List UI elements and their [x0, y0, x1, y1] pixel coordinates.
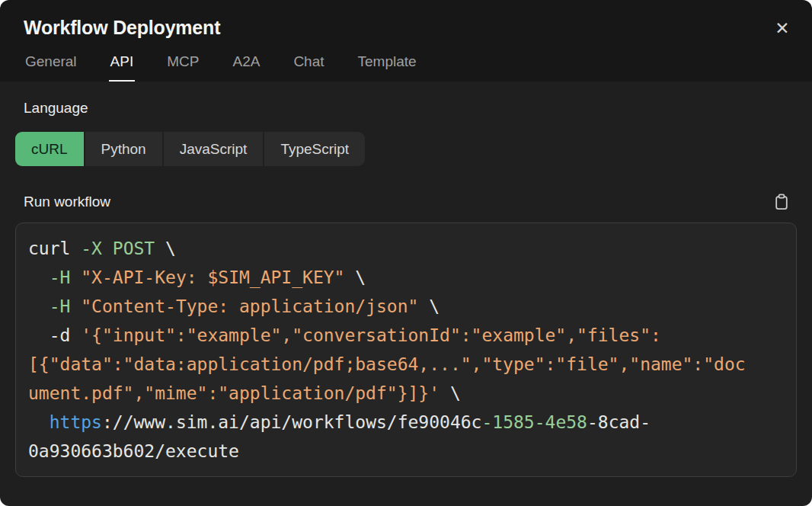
tab-bar: GeneralAPIMCPA2AChatTemplate: [24, 53, 795, 82]
run-workflow-label: Run workflow: [24, 194, 110, 210]
language-selector: cURLPythonJavaScriptTypeScript: [15, 132, 797, 166]
code-line: ument.pdf","mime":"application/pdf"}]}' …: [28, 379, 784, 408]
code-block[interactable]: curl -X POST \ -H "X-API-Key: $SIM_API_K…: [15, 223, 797, 477]
close-button[interactable]: ✕: [769, 15, 795, 41]
clipboard-icon: [774, 194, 789, 210]
code-line: [{"data":"data:application/pdf;base64,..…: [28, 350, 784, 379]
code-line: curl -X POST \: [28, 234, 784, 263]
tab-template[interactable]: Template: [356, 53, 418, 82]
tab-mcp[interactable]: MCP: [165, 53, 200, 82]
language-option-python[interactable]: Python: [85, 132, 162, 166]
workflow-deployment-dialog: Workflow Deployment ✕ GeneralAPIMCPA2ACh…: [0, 0, 812, 506]
code-line: 0a930663b602/execute: [28, 437, 784, 466]
run-workflow-row: Run workflow: [15, 194, 797, 210]
code-line: https://www.sim.ai/api/workflows/fe90046…: [28, 408, 784, 437]
code-line: -d '{"input":"example","conversationId":…: [28, 321, 784, 350]
tab-chat[interactable]: Chat: [292, 53, 325, 82]
copy-button[interactable]: [774, 194, 789, 210]
dialog-header: Workflow Deployment ✕ GeneralAPIMCPA2ACh…: [0, 0, 812, 82]
tab-api[interactable]: API: [109, 53, 136, 82]
tab-a2a[interactable]: A2A: [231, 53, 261, 82]
dialog-title: Workflow Deployment: [24, 17, 220, 39]
language-option-javascript[interactable]: JavaScript: [164, 132, 264, 166]
language-option-curl[interactable]: cURL: [15, 132, 84, 166]
language-option-typescript[interactable]: TypeScript: [264, 132, 365, 166]
title-row: Workflow Deployment ✕: [24, 17, 795, 41]
language-label: Language: [24, 100, 797, 117]
code-line: -H "X-API-Key: $SIM_API_KEY" \: [28, 263, 784, 292]
close-icon: ✕: [775, 18, 789, 38]
tab-general[interactable]: General: [24, 53, 78, 82]
dialog-content: Language cURLPythonJavaScriptTypeScript …: [0, 82, 812, 506]
code-line: -H "Content-Type: application/json" \: [28, 292, 784, 321]
